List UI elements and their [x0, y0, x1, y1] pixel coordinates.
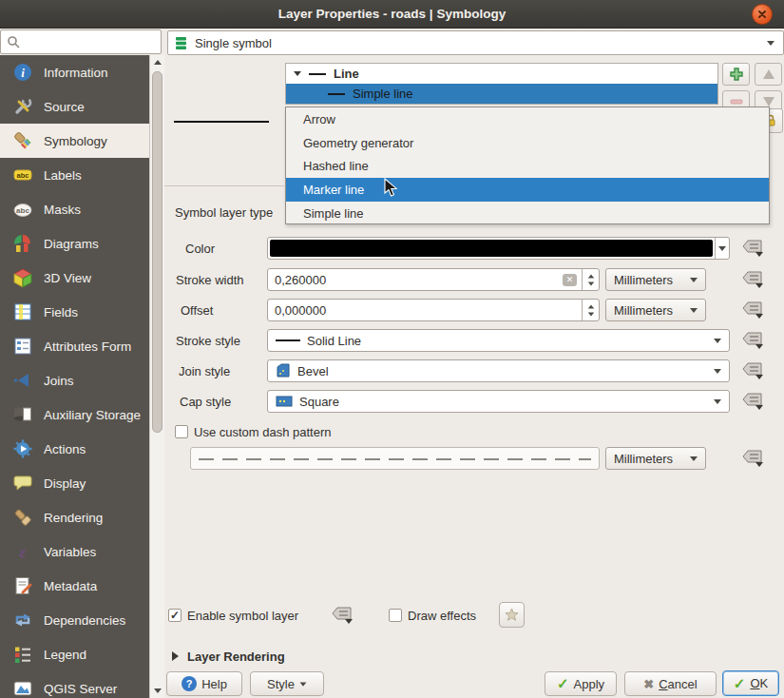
- dash-pattern-preview[interactable]: [190, 447, 600, 470]
- sidebar-item-qgis-server[interactable]: QGIS Server: [0, 671, 149, 698]
- masks-icon: abc: [11, 199, 34, 220]
- data-defined-override-icon: [741, 450, 764, 468]
- scroll-down-icon[interactable]: [150, 684, 165, 698]
- stroke-width-override-button[interactable]: [740, 270, 765, 289]
- enable-symbol-layer-checkbox[interactable]: ✓: [168, 609, 182, 622]
- separator: [164, 185, 284, 186]
- variables-icon: ε: [11, 541, 34, 562]
- use-custom-dash-checkbox[interactable]: [175, 425, 188, 438]
- close-button[interactable]: [752, 4, 773, 25]
- dash-unit-combobox[interactable]: Millimeters: [605, 447, 706, 470]
- cap-style-combobox[interactable]: Square: [267, 390, 730, 413]
- sidebar-item-symbology[interactable]: Symbology: [0, 124, 149, 158]
- auxiliary-storage-icon: [11, 404, 34, 425]
- stroke-width-unit-combobox[interactable]: Millimeters: [605, 268, 706, 291]
- mouse-cursor: [384, 178, 398, 198]
- sidebar-item-joins[interactable]: Joins: [0, 363, 149, 397]
- stroke-width-unit-value: Millimeters: [614, 273, 673, 287]
- sidebar-scrollbar[interactable]: [149, 55, 164, 698]
- data-defined-override-icon: [741, 332, 764, 350]
- offset-override-button[interactable]: [740, 301, 765, 320]
- offset-stepper[interactable]: [582, 300, 599, 320]
- draw-effects-checkbox[interactable]: [389, 609, 402, 622]
- cap-style-override-button[interactable]: [740, 392, 765, 411]
- data-defined-override-icon: [741, 240, 764, 258]
- add-symbol-layer-button[interactable]: [722, 63, 750, 86]
- cancel-button[interactable]: ✖ Cancel: [624, 671, 717, 696]
- qgis-server-icon: [11, 678, 34, 698]
- dropdown-option-arrow[interactable]: Arrow: [286, 107, 769, 131]
- move-up-button[interactable]: [755, 63, 782, 86]
- dash-override-button[interactable]: [740, 449, 765, 468]
- offset-value: 0,000000: [268, 303, 582, 318]
- effects-customize-button[interactable]: [499, 602, 525, 628]
- svg-text:ε: ε: [20, 544, 27, 560]
- layer-rendering-toggle[interactable]: Layer Rendering: [187, 650, 285, 664]
- stroke-width-input[interactable]: 0,260000 ✕: [267, 268, 600, 291]
- join-style-override-button[interactable]: [740, 361, 765, 380]
- sidebar-item-masks[interactable]: abcMasks: [0, 192, 149, 226]
- sidebar-item-metadata[interactable]: Metadata: [0, 569, 149, 603]
- join-style-combobox[interactable]: Bevel: [267, 359, 730, 382]
- sidebar-item-information[interactable]: iInformation: [0, 55, 149, 89]
- sidebar-item-variables[interactable]: εVariables: [0, 534, 149, 569]
- stroke-style-override-button[interactable]: [740, 331, 765, 350]
- dropdown-option-hashed-line[interactable]: Hashed line: [286, 155, 769, 179]
- check-icon: ✓: [734, 675, 746, 692]
- sidebar-item-dependencies[interactable]: Dependencies: [0, 603, 149, 637]
- scrollbar-thumb[interactable]: [152, 71, 163, 433]
- data-defined-override-icon: [741, 362, 764, 380]
- expand-right-icon[interactable]: [172, 651, 179, 661]
- stroke-style-label: Stroke style: [176, 334, 240, 348]
- sidebar-item-label: Variables: [44, 545, 96, 559]
- color-dropdown-arrow[interactable]: [715, 238, 729, 259]
- help-icon: ?: [182, 676, 197, 691]
- renderer-combobox[interactable]: Single symbol: [167, 30, 784, 55]
- dropdown-option-simple-line[interactable]: Simple line: [286, 202, 769, 225]
- metadata-icon: [11, 575, 34, 596]
- renderer-selected-label: Single symbol: [195, 36, 272, 50]
- sidebar-item-display[interactable]: Display: [0, 466, 149, 500]
- sidebar-item-labels[interactable]: abcLabels: [0, 158, 149, 192]
- style-button[interactable]: Style: [250, 671, 324, 696]
- scroll-up-icon[interactable]: [150, 55, 165, 69]
- search-input[interactable]: [0, 29, 162, 54]
- tree-item-line[interactable]: Line: [286, 64, 717, 84]
- style-button-label: Style: [267, 677, 295, 691]
- stroke-width-stepper[interactable]: [582, 269, 599, 290]
- sidebar-item-rendering[interactable]: Rendering: [0, 500, 149, 534]
- expander-icon[interactable]: [294, 71, 301, 76]
- help-button[interactable]: ? Help: [166, 671, 242, 696]
- sidebar-item-3d-view[interactable]: 3D View: [0, 261, 149, 295]
- enable-layer-override-button[interactable]: [330, 606, 354, 625]
- chevron-down-icon: [714, 369, 721, 374]
- data-defined-override-icon: [741, 301, 764, 320]
- color-button[interactable]: [267, 237, 730, 260]
- sidebar-item-source[interactable]: Source: [0, 89, 149, 124]
- sidebar-item-label: Legend: [44, 648, 86, 662]
- stroke-style-combobox[interactable]: Solid Line: [267, 329, 730, 352]
- color-override-button[interactable]: [740, 239, 765, 258]
- join-style-label: Join style: [179, 364, 230, 378]
- ok-button[interactable]: ✓ OK: [722, 670, 779, 696]
- offset-unit-combobox[interactable]: Millimeters: [605, 299, 706, 321]
- dropdown-option-marker-line[interactable]: Marker line: [286, 178, 769, 202]
- sidebar-item-auxiliary-storage[interactable]: Auxiliary Storage: [0, 397, 149, 432]
- search-icon: [7, 35, 20, 48]
- cancel-button-label: Cancel: [659, 677, 697, 691]
- single-symbol-icon: [174, 36, 188, 50]
- sidebar-item-attributes-form[interactable]: Attributes Form: [0, 329, 149, 363]
- sidebar-item-legend[interactable]: Legend: [0, 637, 149, 671]
- clear-icon[interactable]: ✕: [563, 274, 577, 286]
- tree-item-simple-line[interactable]: Simple line: [286, 84, 717, 104]
- sidebar-item-actions[interactable]: Actions: [0, 432, 149, 466]
- dropdown-option-geometry-generator[interactable]: Geometry generator: [286, 131, 769, 155]
- sidebar-item-fields[interactable]: Fields: [0, 295, 149, 329]
- offset-input[interactable]: 0,000000: [267, 299, 600, 321]
- sidebar-item-label: Information: [44, 66, 108, 80]
- apply-button[interactable]: ✓ Apply: [545, 671, 617, 696]
- title-bar: Layer Properties - roads | Symbology: [0, 0, 784, 29]
- ok-button-label: OK: [750, 676, 768, 690]
- square-cap-icon: [276, 395, 293, 408]
- sidebar-item-diagrams[interactable]: Diagrams: [0, 226, 149, 261]
